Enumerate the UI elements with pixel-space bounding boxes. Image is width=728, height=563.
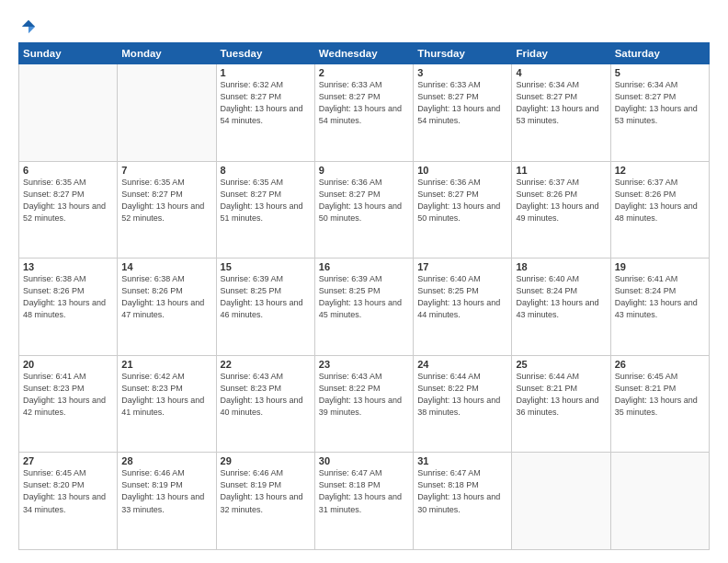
calendar-cell: 24Sunrise: 6:44 AMSunset: 8:22 PMDayligh… [414, 355, 512, 453]
calendar-cell: 6Sunrise: 6:35 AMSunset: 8:27 PMDaylight… [19, 161, 118, 259]
weekday-header: Thursday [414, 43, 512, 64]
day-number: 17 [417, 261, 507, 272]
day-info: Sunrise: 6:39 AMSunset: 8:25 PMDaylight:… [221, 273, 311, 321]
calendar-cell: 23Sunrise: 6:43 AMSunset: 8:22 PMDayligh… [314, 355, 413, 453]
page: SundayMondayTuesdayWednesdayThursdayFrid… [0, 0, 728, 563]
calendar-cell: 13Sunrise: 6:38 AMSunset: 8:26 PMDayligh… [19, 259, 118, 356]
day-number: 25 [516, 359, 606, 370]
day-info: Sunrise: 6:32 AMSunset: 8:27 PMDaylight:… [221, 79, 311, 127]
day-number: 7 [121, 165, 211, 176]
svg-marker-1 [28, 27, 35, 33]
day-number: 21 [121, 359, 211, 370]
calendar-table: SundayMondayTuesdayWednesdayThursdayFrid… [18, 42, 710, 550]
calendar-cell: 29Sunrise: 6:46 AMSunset: 8:19 PMDayligh… [216, 453, 314, 550]
day-number: 2 [319, 67, 409, 78]
day-info: Sunrise: 6:36 AMSunset: 8:27 PMDaylight:… [319, 177, 409, 224]
calendar-cell: 28Sunrise: 6:46 AMSunset: 8:19 PMDayligh… [118, 453, 216, 550]
calendar-cell: 5Sunrise: 6:34 AMSunset: 8:27 PMDaylight… [610, 64, 709, 162]
day-number: 9 [319, 165, 409, 176]
day-number: 27 [23, 455, 113, 466]
day-number: 31 [417, 455, 507, 466]
header [18, 17, 710, 35]
day-info: Sunrise: 6:47 AMSunset: 8:18 PMDaylight:… [319, 467, 409, 515]
day-info: Sunrise: 6:35 AMSunset: 8:27 PMDaylight:… [23, 177, 113, 224]
day-number: 4 [516, 67, 606, 78]
calendar-cell: 4Sunrise: 6:34 AMSunset: 8:27 PMDaylight… [512, 64, 610, 162]
day-info: Sunrise: 6:33 AMSunset: 8:27 PMDaylight:… [319, 79, 409, 127]
calendar-cell: 3Sunrise: 6:33 AMSunset: 8:27 PMDaylight… [414, 64, 512, 162]
day-info: Sunrise: 6:46 AMSunset: 8:19 PMDaylight:… [221, 467, 311, 515]
day-info: Sunrise: 6:45 AMSunset: 8:21 PMDaylight:… [615, 371, 705, 419]
day-number: 24 [417, 359, 507, 370]
calendar-cell: 7Sunrise: 6:35 AMSunset: 8:27 PMDaylight… [118, 161, 216, 259]
day-info: Sunrise: 6:34 AMSunset: 8:27 PMDaylight:… [615, 79, 705, 127]
day-number: 13 [23, 261, 113, 272]
weekday-header: Tuesday [216, 43, 314, 64]
calendar-cell: 12Sunrise: 6:37 AMSunset: 8:26 PMDayligh… [610, 161, 709, 259]
weekday-header: Wednesday [314, 43, 413, 64]
calendar-cell: 1Sunrise: 6:32 AMSunset: 8:27 PMDaylight… [216, 64, 314, 162]
day-info: Sunrise: 6:42 AMSunset: 8:23 PMDaylight:… [121, 371, 211, 419]
day-number: 8 [221, 165, 311, 176]
day-number: 11 [516, 165, 606, 176]
day-number: 29 [221, 455, 311, 466]
day-number: 5 [615, 67, 705, 78]
weekday-header: Friday [512, 43, 610, 64]
day-number: 3 [417, 67, 507, 78]
day-info: Sunrise: 6:44 AMSunset: 8:22 PMDaylight:… [417, 371, 507, 419]
day-info: Sunrise: 6:43 AMSunset: 8:23 PMDaylight:… [221, 371, 311, 419]
day-info: Sunrise: 6:38 AMSunset: 8:26 PMDaylight:… [23, 273, 113, 321]
calendar-cell: 20Sunrise: 6:41 AMSunset: 8:23 PMDayligh… [19, 355, 118, 453]
day-number: 6 [23, 165, 113, 176]
calendar-cell: 8Sunrise: 6:35 AMSunset: 8:27 PMDaylight… [216, 161, 314, 259]
day-number: 1 [221, 67, 311, 78]
day-info: Sunrise: 6:43 AMSunset: 8:22 PMDaylight:… [319, 371, 409, 419]
day-info: Sunrise: 6:35 AMSunset: 8:27 PMDaylight:… [121, 177, 211, 224]
day-info: Sunrise: 6:37 AMSunset: 8:26 PMDaylight:… [615, 177, 705, 224]
calendar-cell: 11Sunrise: 6:37 AMSunset: 8:26 PMDayligh… [512, 161, 610, 259]
calendar-cell: 15Sunrise: 6:39 AMSunset: 8:25 PMDayligh… [216, 259, 314, 356]
calendar-cell: 18Sunrise: 6:40 AMSunset: 8:24 PMDayligh… [512, 259, 610, 356]
logo-icon [20, 18, 37, 35]
calendar-cell: 26Sunrise: 6:45 AMSunset: 8:21 PMDayligh… [610, 355, 709, 453]
calendar-cell [610, 453, 709, 550]
day-number: 30 [319, 455, 409, 466]
logo [18, 17, 37, 35]
day-number: 10 [417, 165, 507, 176]
day-info: Sunrise: 6:41 AMSunset: 8:24 PMDaylight:… [615, 273, 705, 321]
calendar-cell: 22Sunrise: 6:43 AMSunset: 8:23 PMDayligh… [216, 355, 314, 453]
calendar-cell: 9Sunrise: 6:36 AMSunset: 8:27 PMDaylight… [314, 161, 413, 259]
day-info: Sunrise: 6:44 AMSunset: 8:21 PMDaylight:… [516, 371, 606, 419]
day-number: 16 [319, 261, 409, 272]
day-info: Sunrise: 6:34 AMSunset: 8:27 PMDaylight:… [516, 79, 606, 127]
calendar-cell: 17Sunrise: 6:40 AMSunset: 8:25 PMDayligh… [414, 259, 512, 356]
calendar-cell [19, 64, 118, 162]
calendar-cell: 2Sunrise: 6:33 AMSunset: 8:27 PMDaylight… [314, 64, 413, 162]
day-info: Sunrise: 6:38 AMSunset: 8:26 PMDaylight:… [121, 273, 211, 321]
day-number: 15 [221, 261, 311, 272]
day-info: Sunrise: 6:36 AMSunset: 8:27 PMDaylight:… [417, 177, 507, 224]
calendar-cell: 21Sunrise: 6:42 AMSunset: 8:23 PMDayligh… [118, 355, 216, 453]
day-number: 12 [615, 165, 705, 176]
calendar-cell: 25Sunrise: 6:44 AMSunset: 8:21 PMDayligh… [512, 355, 610, 453]
day-number: 26 [615, 359, 705, 370]
calendar-cell: 16Sunrise: 6:39 AMSunset: 8:25 PMDayligh… [314, 259, 413, 356]
weekday-header: Saturday [610, 43, 709, 64]
day-number: 18 [516, 261, 606, 272]
day-info: Sunrise: 6:47 AMSunset: 8:18 PMDaylight:… [417, 467, 507, 515]
day-info: Sunrise: 6:45 AMSunset: 8:20 PMDaylight:… [23, 467, 113, 515]
day-number: 14 [121, 261, 211, 272]
day-number: 20 [23, 359, 113, 370]
weekday-header: Monday [118, 43, 216, 64]
day-info: Sunrise: 6:46 AMSunset: 8:19 PMDaylight:… [121, 467, 211, 515]
calendar-cell [512, 453, 610, 550]
day-info: Sunrise: 6:40 AMSunset: 8:25 PMDaylight:… [417, 273, 507, 321]
svg-marker-0 [22, 20, 35, 27]
day-number: 23 [319, 359, 409, 370]
day-info: Sunrise: 6:40 AMSunset: 8:24 PMDaylight:… [516, 273, 606, 321]
calendar-cell: 14Sunrise: 6:38 AMSunset: 8:26 PMDayligh… [118, 259, 216, 356]
day-info: Sunrise: 6:37 AMSunset: 8:26 PMDaylight:… [516, 177, 606, 224]
calendar-cell [118, 64, 216, 162]
day-info: Sunrise: 6:33 AMSunset: 8:27 PMDaylight:… [417, 79, 507, 127]
calendar-cell: 30Sunrise: 6:47 AMSunset: 8:18 PMDayligh… [314, 453, 413, 550]
